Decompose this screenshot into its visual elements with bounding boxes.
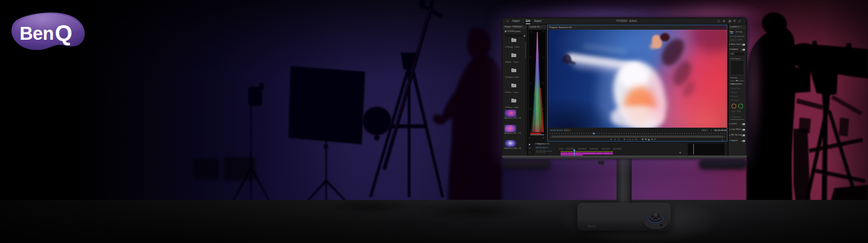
svg-text:Ben: Ben bbox=[20, 23, 54, 44]
svg-text:255: 255 bbox=[542, 31, 545, 33]
svg-text:100: 100 bbox=[530, 31, 533, 33]
svg-text:200: 200 bbox=[542, 57, 545, 59]
svg-text:Q: Q bbox=[55, 21, 72, 45]
svg-text:150: 150 bbox=[542, 82, 545, 85]
